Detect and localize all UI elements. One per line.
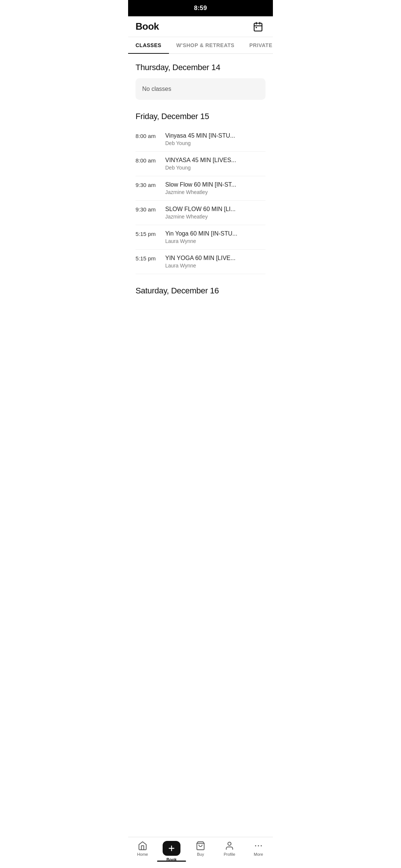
class-row[interactable]: 5:15 pm Yin Yoga 60 MIN [IN-STU... Laura…	[136, 225, 265, 250]
svg-rect-0	[254, 23, 262, 31]
class-info: Vinyasa 45 MIN [IN-STU... Deb Young	[165, 132, 265, 146]
class-instructor: Jazmine Wheatley	[165, 214, 265, 220]
class-info: SLOW FLOW 60 MIN [LI... Jazmine Wheatley	[165, 206, 265, 220]
status-time: 8:59	[194, 4, 207, 12]
class-row[interactable]: 9:30 am Slow Flow 60 MIN [IN-ST... Jazmi…	[136, 176, 265, 201]
day-header-saturday: Saturday, December 16	[136, 277, 265, 302]
class-row[interactable]: 5:15 pm YIN YOGA 60 MIN [LIVE... Laura W…	[136, 250, 265, 274]
status-bar: 8:59	[128, 0, 273, 16]
tab-private[interactable]: PRIVATE	[242, 37, 273, 53]
class-time: 5:15 pm	[136, 230, 165, 237]
class-name: YIN YOGA 60 MIN [LIVE...	[165, 255, 265, 262]
class-instructor: Jazmine Wheatley	[165, 189, 265, 195]
class-time: 8:00 am	[136, 157, 165, 164]
class-time: 9:30 am	[136, 206, 165, 213]
no-classes-card: No classes	[136, 78, 265, 100]
day-header-friday: Friday, December 15	[136, 103, 265, 127]
class-row[interactable]: 8:00 am VINYASA 45 MIN [LIVES... Deb You…	[136, 152, 265, 176]
class-row[interactable]: 8:00 am Vinyasa 45 MIN [IN-STU... Deb Yo…	[136, 127, 265, 152]
main-content: Thursday, December 14 No classes Friday,…	[128, 54, 273, 339]
class-time: 9:30 am	[136, 181, 165, 188]
class-info: Slow Flow 60 MIN [IN-ST... Jazmine Wheat…	[165, 181, 265, 195]
class-instructor: Deb Young	[165, 165, 265, 171]
calendar-icon	[253, 22, 263, 32]
no-classes-text: No classes	[142, 86, 171, 92]
class-name: VINYASA 45 MIN [LIVES...	[165, 157, 265, 164]
page-title: Book	[136, 21, 159, 32]
class-name: Yin Yoga 60 MIN [IN-STU...	[165, 230, 265, 237]
class-row[interactable]: 9:30 am SLOW FLOW 60 MIN [LI... Jazmine …	[136, 201, 265, 225]
class-instructor: Laura Wynne	[165, 263, 265, 269]
class-instructor: Deb Young	[165, 140, 265, 146]
class-name: Slow Flow 60 MIN [IN-ST...	[165, 181, 265, 188]
tab-workshop-retreats[interactable]: W'SHOP & RETREATS	[169, 37, 242, 53]
tab-classes[interactable]: CLASSES	[128, 37, 169, 53]
calendar-button[interactable]	[251, 19, 265, 34]
day-header-thursday: Thursday, December 14	[136, 54, 265, 78]
class-time: 8:00 am	[136, 132, 165, 139]
class-instructor: Laura Wynne	[165, 238, 265, 244]
class-time: 5:15 pm	[136, 255, 165, 262]
tab-navigation: CLASSES W'SHOP & RETREATS PRIVATE	[128, 37, 273, 54]
header: Book	[128, 16, 273, 37]
class-info: Yin Yoga 60 MIN [IN-STU... Laura Wynne	[165, 230, 265, 244]
class-info: YIN YOGA 60 MIN [LIVE... Laura Wynne	[165, 255, 265, 269]
class-name: Vinyasa 45 MIN [IN-STU...	[165, 132, 265, 139]
class-info: VINYASA 45 MIN [LIVES... Deb Young	[165, 157, 265, 171]
friday-class-list: 8:00 am Vinyasa 45 MIN [IN-STU... Deb Yo…	[136, 127, 265, 274]
class-name: SLOW FLOW 60 MIN [LI...	[165, 206, 265, 213]
